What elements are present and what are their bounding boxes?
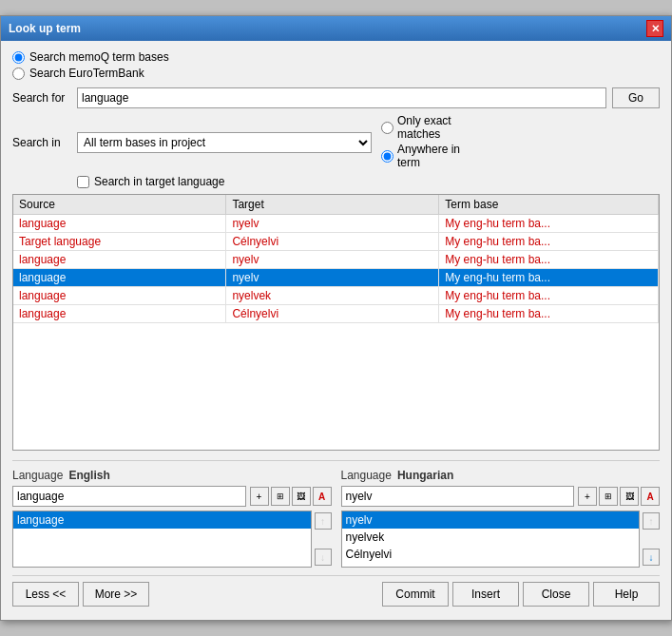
- up-arrow-english[interactable]: ↑: [315, 512, 332, 530]
- font-icon-hungarian[interactable]: A: [641, 487, 660, 506]
- table-icon-english[interactable]: ⊞: [271, 487, 290, 506]
- image-icon-hungarian[interactable]: 🖼: [620, 487, 639, 506]
- source-cell: language: [13, 287, 226, 305]
- search-memoq-radio[interactable]: [12, 51, 25, 64]
- lang-input-row-english: + ⊞ 🖼 A: [12, 486, 332, 507]
- title-bar: Look up term ✕: [1, 16, 671, 41]
- btn-group-left: Less << More >>: [12, 582, 149, 607]
- col-source: Source: [13, 195, 226, 215]
- lang-input-icons-hungarian: + ⊞ 🖼 A: [576, 487, 660, 506]
- source-cell: language: [13, 251, 226, 269]
- source-cell: Target language: [13, 233, 226, 251]
- lang-header-hungarian: Language Hungarian: [341, 469, 661, 482]
- anywhere-radio[interactable]: [381, 150, 394, 163]
- search-type-group: Search memoQ term bases Search EuroTermB…: [12, 50, 660, 80]
- search-euroterm-row: Search EuroTermBank: [12, 67, 660, 80]
- lang-panels: Language English + ⊞ 🖼 A: [12, 469, 660, 568]
- table-row[interactable]: Target language Célnyelvi My eng-hu term…: [13, 233, 659, 251]
- lang-input-icons-english: + ⊞ 🖼 A: [248, 487, 332, 506]
- insert-button[interactable]: Insert: [452, 582, 519, 607]
- dialog-title: Look up term: [9, 22, 81, 35]
- results-table: Source Target Term base language nyelv M…: [13, 195, 659, 323]
- match-options: Only exact matches Anywhere in term: [381, 114, 462, 171]
- exact-match-label: Only exact matches: [397, 114, 462, 141]
- table-row[interactable]: language nyelvek My eng-hu term ba...: [13, 287, 659, 305]
- target-cell: nyelv: [226, 215, 439, 233]
- list-item[interactable]: nyelvek: [342, 529, 640, 546]
- target-cell: nyelv: [226, 269, 439, 287]
- table-row[interactable]: language Célnyelvi My eng-hu term ba...: [13, 305, 659, 323]
- target-cell: Célnyelvi: [226, 233, 439, 251]
- source-cell: language: [13, 215, 226, 233]
- table-row[interactable]: language nyelv My eng-hu term ba...: [13, 269, 659, 287]
- target-cell: Célnyelvi: [226, 305, 439, 323]
- lang-header-english: Language English: [12, 469, 332, 482]
- search-in-label: Search in: [12, 136, 77, 149]
- commit-button[interactable]: Commit: [382, 582, 449, 607]
- col-target: Target: [226, 195, 439, 215]
- lookup-term-dialog: Look up term ✕ Search memoQ term bases S…: [0, 15, 672, 621]
- font-icon-english[interactable]: A: [313, 487, 332, 506]
- lang-input-hungarian[interactable]: [341, 486, 575, 507]
- list-item[interactable]: nyelv: [342, 511, 640, 529]
- dialog-body: Search memoQ term bases Search EuroTermB…: [1, 41, 671, 620]
- lang-arrows-hungarian: ↑ ↓: [643, 511, 660, 568]
- search-memoq-label: Search memoQ term bases: [29, 50, 169, 64]
- termbase-cell: My eng-hu term ba...: [439, 251, 659, 269]
- more-button[interactable]: More >>: [83, 582, 149, 607]
- add-icon-english[interactable]: +: [250, 487, 269, 506]
- search-target-row: Search in target language: [77, 175, 660, 188]
- close-icon[interactable]: ✕: [646, 20, 663, 37]
- exact-match-option: Only exact matches: [381, 114, 462, 141]
- exact-match-radio[interactable]: [381, 122, 394, 134]
- lang-input-english[interactable]: [12, 486, 246, 507]
- results-table-container: Source Target Term base language nyelv M…: [12, 194, 660, 451]
- source-cell: language: [13, 269, 226, 287]
- search-in-select[interactable]: All term bases in project: [77, 132, 372, 153]
- table-row[interactable]: language nyelv My eng-hu term ba...: [13, 251, 659, 269]
- search-for-input[interactable]: [77, 87, 606, 108]
- target-cell: nyelvek: [226, 287, 439, 305]
- lang-label-english: Language: [12, 469, 63, 482]
- close-button[interactable]: Close: [523, 582, 589, 607]
- lang-list-hungarian[interactable]: nyelv nyelvek Célnyelvi: [341, 511, 641, 568]
- termbase-cell: My eng-hu term ba...: [439, 305, 659, 323]
- search-memoq-row: Search memoQ term bases: [12, 50, 660, 64]
- col-termbase: Term base: [439, 195, 659, 215]
- search-euroterm-radio[interactable]: [12, 67, 25, 80]
- termbase-cell: My eng-hu term ba...: [439, 269, 659, 287]
- lang-list-english[interactable]: language: [12, 511, 312, 568]
- search-in-row: Search in All term bases in project Only…: [12, 114, 660, 171]
- lang-label-hungarian: Language: [341, 469, 392, 482]
- table-row[interactable]: language nyelv My eng-hu term ba...: [13, 215, 659, 233]
- add-icon-hungarian[interactable]: +: [578, 487, 597, 506]
- lang-arrows-english: ↑ ↓: [315, 511, 332, 568]
- termbase-cell: My eng-hu term ba...: [439, 233, 659, 251]
- btn-group-right: Commit Insert Close Help: [382, 582, 660, 607]
- lang-list-container-hungarian: nyelv nyelvek Célnyelvi ↑ ↓: [341, 511, 661, 568]
- anywhere-option: Anywhere in term: [381, 143, 462, 169]
- target-cell: nyelv: [226, 251, 439, 269]
- up-arrow-hungarian[interactable]: ↑: [643, 512, 660, 530]
- search-for-label: Search for: [12, 91, 77, 105]
- termbase-cell: My eng-hu term ba...: [439, 287, 659, 305]
- go-button[interactable]: Go: [612, 87, 660, 108]
- lang-panel-hungarian: Language Hungarian + ⊞ 🖼 A: [341, 469, 661, 568]
- lang-input-row-hungarian: + ⊞ 🖼 A: [341, 486, 661, 507]
- lang-name-english: English: [68, 469, 109, 482]
- list-item[interactable]: language: [13, 511, 311, 529]
- less-button[interactable]: Less <<: [12, 582, 79, 607]
- down-arrow-hungarian[interactable]: ↓: [643, 549, 660, 566]
- help-button[interactable]: Help: [593, 582, 660, 607]
- lang-name-hungarian: Hungarian: [397, 469, 453, 482]
- table-icon-hungarian[interactable]: ⊞: [599, 487, 618, 506]
- image-icon-english[interactable]: 🖼: [292, 487, 311, 506]
- down-arrow-english[interactable]: ↓: [315, 549, 332, 566]
- lang-list-container-english: language ↑ ↓: [12, 511, 332, 568]
- search-euroterm-label: Search EuroTermBank: [29, 67, 144, 80]
- bottom-panel: Language English + ⊞ 🖼 A: [12, 460, 660, 568]
- lang-panel-english: Language English + ⊞ 🖼 A: [12, 469, 332, 568]
- search-target-checkbox[interactable]: [77, 176, 89, 188]
- list-item[interactable]: Célnyelvi: [342, 546, 640, 563]
- search-for-row: Search for Go: [12, 87, 660, 108]
